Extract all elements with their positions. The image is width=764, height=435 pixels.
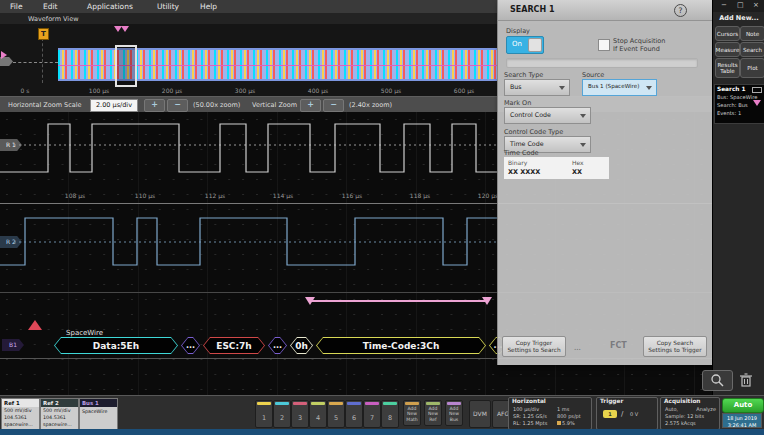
bottom-accent-strip <box>0 429 764 435</box>
h-zoom-plus-button[interactable]: + <box>144 99 165 112</box>
menu-item-file[interactable]: File <box>10 2 23 11</box>
add-new-math-button[interactable]: Add New Math <box>403 400 421 426</box>
decode-packet[interactable]: Time-Code:3Ch <box>316 337 486 354</box>
v-zoom-factor: (2.40x zoom) <box>349 101 392 109</box>
axis-tick: 108 µs <box>65 192 85 199</box>
oscilloscope-app: File Edit Applications Utility Help Wave… <box>0 0 764 435</box>
search-dialog: SEARCH 1 ? Display On Stop Acquisition I… <box>497 0 713 365</box>
mark-on-dropdown[interactable]: Control Code <box>504 107 591 124</box>
binary-value[interactable]: XX XXXX <box>508 168 540 176</box>
decode-packet[interactable]: ... <box>268 337 287 354</box>
search-type-dropdown[interactable]: Bus <box>504 79 570 96</box>
search-dialog-header[interactable]: SEARCH 1 ? <box>498 0 713 21</box>
cursors-button[interactable]: Cursors <box>715 26 740 41</box>
ref2-badge[interactable]: Ref 2 500 mV/div 104.5361 spacewire... <box>40 398 79 430</box>
search1-results-badge[interactable]: Search 1 Bus: SpaceWire Search: Bus Even… <box>714 84 764 124</box>
display-label: Display <box>506 27 530 35</box>
trigger-flag-icon[interactable]: T <box>38 28 49 40</box>
minimize-icon[interactable]: − <box>721 1 727 9</box>
menu-item-applications[interactable]: Applications <box>87 2 133 11</box>
hex-value[interactable]: XX <box>572 168 582 176</box>
axis-tick: 120 µs <box>478 192 498 199</box>
menu-item-edit[interactable]: Edit <box>43 2 58 11</box>
stop-acq-label: If Event Found <box>613 45 660 53</box>
channel-button-2[interactable]: 2 <box>273 400 291 428</box>
horizontal-panel[interactable]: Horizontal 100 µs/div 1 ms SR: 1.25 GS/s… <box>508 397 592 430</box>
stop-acquisition-checkbox[interactable] <box>598 39 610 51</box>
acquisition-panel[interactable]: Acquisition Auto, Analyze Sample: 12 bit… <box>660 397 720 430</box>
zoom-selection-box[interactable] <box>115 45 137 87</box>
source-dropdown[interactable]: Bus 1 (SpaceWire) <box>582 79 657 96</box>
channel-button-8[interactable]: 8 <box>381 400 399 428</box>
trigger-panel[interactable]: Trigger 1 / 0 V <box>596 397 658 430</box>
channel-button-1[interactable]: 1 <box>255 400 273 428</box>
copy-search-to-trigger-button[interactable]: Copy SearchSettings to Trigger <box>643 336 707 357</box>
h-zoom-factor: (50.00x zoom) <box>193 101 240 109</box>
bus-name-label: SpaceWire <box>66 329 103 337</box>
axis-tick: 118 µs <box>410 192 430 199</box>
stop-acq-label: Stop Acquisition <box>613 37 665 45</box>
axis-tick: 0 s <box>21 87 30 94</box>
hex-label: Hex <box>572 159 584 166</box>
display-on-toggle[interactable]: On <box>506 36 544 54</box>
help-icon[interactable]: ? <box>674 4 687 17</box>
results-strip <box>506 58 698 68</box>
search-mark-icon <box>121 26 129 32</box>
window-controls: − □ × <box>713 0 764 12</box>
mark-on-label: Mark On <box>504 99 531 107</box>
channel-button-4[interactable]: 4 <box>309 400 327 428</box>
axis-tick: 500 µs <box>381 87 401 94</box>
overview-baseline-dash <box>13 62 58 63</box>
time-code-value-box[interactable]: Binary XX XXXX Hex XX <box>504 157 609 179</box>
decode-packet[interactable]: Data:5Eh <box>54 337 178 354</box>
v-zoom-label: Vertical Zoom <box>252 101 297 109</box>
tab-waveform-view[interactable]: Waveform View <box>28 15 79 23</box>
h-zoom-minus-button[interactable]: − <box>167 99 188 112</box>
zoom-overlay-button[interactable] <box>702 370 733 391</box>
copy-trigger-to-search-button[interactable]: Copy TriggerSettings to Search <box>502 336 566 357</box>
magnifier-icon <box>703 371 732 390</box>
channel-button-7[interactable]: 7 <box>363 400 381 428</box>
ref1-badge[interactable]: Ref 1 500 mV/div 104.5361 spacewire... <box>1 398 40 430</box>
decode-packet[interactable]: ... <box>181 337 200 354</box>
menu-item-utility[interactable]: Utility <box>157 2 179 11</box>
axis-tick: 300 µs <box>235 87 255 94</box>
right-sidebar: − □ × Add New... Cursors Note Measure Se… <box>712 0 764 395</box>
menu-item-help[interactable]: Help <box>200 2 217 11</box>
badge-icon <box>752 87 762 93</box>
trigger-level-arrow-icon <box>1 51 7 59</box>
h-zoom-scale-label: Horizontal Zoom Scale <box>8 101 82 109</box>
axis-tick: 112 µs <box>205 192 225 199</box>
dvm-button[interactable]: DVM <box>469 400 491 428</box>
measure-button[interactable]: Measure <box>715 42 740 57</box>
axis-tick: 110 µs <box>135 192 155 199</box>
channel-button-3[interactable]: 3 <box>291 400 309 428</box>
v-zoom-plus-button[interactable]: + <box>300 99 321 112</box>
datetime-display: 18 Jun 2019 3:26:41 AM <box>722 413 762 428</box>
trash-icon <box>737 372 755 388</box>
auto-run-button[interactable]: Auto <box>722 398 764 413</box>
decode-packet[interactable]: ESC:7h <box>203 337 265 354</box>
channel-button-5[interactable]: 5 <box>327 400 345 428</box>
add-new-bus-button[interactable]: Add New Bus <box>445 400 463 426</box>
search-button[interactable]: Search <box>740 42 764 57</box>
note-button[interactable]: Note <box>740 26 764 41</box>
chevron-down-icon <box>646 86 652 90</box>
plot-button[interactable]: Plot <box>740 58 764 78</box>
v-zoom-minus-button[interactable]: − <box>323 99 344 112</box>
channel-button-6[interactable]: 6 <box>345 400 363 428</box>
ghost-decode-ellipsis: ... <box>574 344 581 351</box>
decode-packet[interactable]: 0h <box>290 337 313 354</box>
bus1-badge[interactable]: Bus 1 SpaceWire <box>79 398 118 430</box>
h-zoom-scale-input[interactable]: 2.00 µs/div <box>90 99 138 112</box>
add-new-ref-button[interactable]: Add New Ref <box>424 400 442 426</box>
maximize-icon[interactable]: □ <box>737 1 744 9</box>
trash-button[interactable] <box>737 372 755 388</box>
close-icon[interactable]: × <box>753 1 759 9</box>
axis-tick: 600 µs <box>454 87 474 94</box>
chevron-down-icon <box>580 114 586 118</box>
results-table-button[interactable]: Results Table <box>715 58 740 78</box>
axis-tick: 400 µs <box>308 87 328 94</box>
toggle-knob <box>528 38 542 52</box>
control-code-type-label: Control Code Type <box>504 128 563 136</box>
